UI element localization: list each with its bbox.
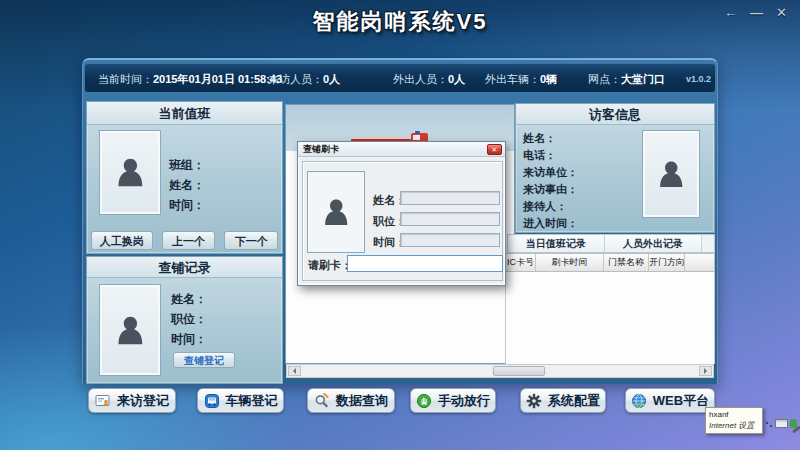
dialog-close-icon[interactable]: ✕	[487, 144, 502, 155]
inspection-name-label: 姓名：	[171, 291, 207, 308]
vehicle-register-button[interactable]: 车辆登记	[197, 388, 284, 413]
vehicle-register-icon	[204, 393, 220, 409]
prev-button[interactable]: 上一个	[162, 231, 216, 250]
visitor-entertime-label: 进入时间：	[523, 216, 578, 231]
status-vehicle-count: 外出车辆：0辆	[485, 72, 557, 87]
visitor-register-icon	[95, 393, 111, 409]
duty-time-label: 时间：	[169, 197, 205, 214]
manual-release-icon	[416, 393, 432, 409]
dialog-title: 查铺刷卡	[298, 142, 505, 157]
language-tooltip: hxanf Internet 设置	[705, 407, 763, 434]
scrollbar-thumb[interactable]	[493, 366, 545, 376]
system-config-icon	[526, 393, 542, 409]
visitor-panel-title: 访客信息	[516, 104, 714, 125]
inspection-position-label: 职位：	[171, 311, 207, 328]
input-method-icon[interactable]	[766, 422, 773, 427]
dialog-name-input[interactable]	[400, 191, 500, 205]
records-tabs: 当日值班记录 人员外出记录	[507, 234, 715, 253]
window-controls: ← — ✕	[724, 5, 787, 20]
visitor-host-label: 接待人：	[523, 199, 567, 214]
web-platform-icon	[631, 393, 647, 409]
column-open-direction: 开门方向	[649, 254, 685, 271]
horizontal-scrollbar[interactable]	[286, 364, 714, 378]
column-ic-card: IC卡号	[506, 254, 536, 271]
web-platform-button[interactable]: WEB平台	[625, 388, 715, 413]
inspection-panel-title: 查铺记录	[87, 257, 282, 278]
duty-team-label: 班组：	[169, 157, 205, 174]
tab-outgoing-records[interactable]: 人员外出记录	[605, 235, 702, 252]
close-icon[interactable]: ✕	[776, 5, 787, 20]
records-table-body	[505, 272, 715, 364]
status-outgoing-count: 外出人员：0人	[393, 72, 465, 87]
person-silhouette-icon	[113, 155, 148, 190]
swipe-card-label: 请刷卡：	[308, 258, 352, 273]
status-bar: 当前时间：2015年01月01日 01:58:43 来访人员：0人 外出人员：0…	[85, 63, 715, 92]
manual-shift-button[interactable]: 人工换岗	[91, 231, 153, 250]
swipe-card-input[interactable]	[347, 255, 503, 272]
inspection-panel: 查铺记录 姓名： 职位： 时间： 查铺登记	[86, 256, 283, 384]
scroll-left-arrow-icon[interactable]	[288, 366, 301, 376]
person-silhouette-icon	[113, 313, 148, 348]
duty-panel: 当前值班 班组： 姓名： 时间： 人工换岗 上一个 下一个	[86, 101, 283, 254]
visitor-name-label: 姓名：	[523, 131, 556, 146]
tab-duty-records[interactable]: 当日值班记录	[508, 235, 605, 252]
tooltip-title: hxanf	[709, 410, 759, 421]
inspection-register-button[interactable]: 查铺登记	[173, 352, 235, 368]
dialog-body: 姓名： 职位： 时间： 请刷卡：	[302, 161, 503, 281]
manual-release-button[interactable]: 手动放行	[410, 388, 496, 413]
system-config-button[interactable]: 系统配置	[520, 388, 606, 413]
next-button[interactable]: 下一个	[224, 231, 278, 250]
tooltip-subtitle: Internet 设置	[709, 421, 759, 432]
data-query-button[interactable]: 数据查询	[307, 388, 395, 413]
status-visitor-count: 来访人员：0人	[268, 72, 340, 87]
duty-photo-placeholder	[99, 130, 161, 215]
person-silhouette-icon	[320, 196, 352, 228]
visitor-panel: 访客信息 姓名： 电话： 来访单位： 来访事由： 接待人： 进入时间：	[515, 103, 715, 233]
status-current-time: 当前时间：2015年01月01日 01:58:43	[98, 72, 282, 87]
column-swipe-time: 刷卡时间	[536, 254, 604, 271]
visitor-photo-placeholder	[642, 130, 700, 218]
scroll-right-arrow-icon[interactable]	[699, 366, 712, 376]
duty-name-label: 姓名：	[169, 177, 205, 194]
visitor-phone-label: 电话：	[523, 148, 556, 163]
status-site: 网点：大堂门口	[588, 72, 665, 87]
person-silhouette-icon	[655, 158, 687, 190]
bedcheck-swipe-dialog: 查铺刷卡 ✕ 姓名： 职位： 时间： 请刷卡：	[297, 141, 506, 286]
visitor-reason-label: 来访事由：	[523, 182, 578, 197]
visitor-company-label: 来访单位：	[523, 165, 578, 180]
inspection-photo-placeholder	[99, 284, 161, 376]
duty-panel-title: 当前值班	[87, 102, 282, 125]
inspection-time-label: 时间：	[171, 331, 207, 348]
column-filler	[685, 254, 714, 271]
data-query-icon	[314, 393, 330, 409]
visitor-register-button[interactable]: 来访登记	[88, 388, 176, 413]
app-title: 智能岗哨系统V5	[0, 7, 800, 37]
records-table-header: IC卡号 刷卡时间 门禁名称 开门方向	[505, 253, 715, 272]
version-label: v1.0.2	[686, 74, 711, 84]
dialog-position-input[interactable]	[400, 212, 500, 226]
column-door-name: 门禁名称	[604, 254, 649, 271]
minimize-icon[interactable]: —	[750, 5, 763, 20]
dialog-photo-placeholder	[307, 171, 365, 253]
dialog-time-input[interactable]	[400, 233, 500, 247]
back-icon[interactable]: ←	[724, 5, 737, 20]
keyboard-icon[interactable]	[775, 419, 788, 428]
